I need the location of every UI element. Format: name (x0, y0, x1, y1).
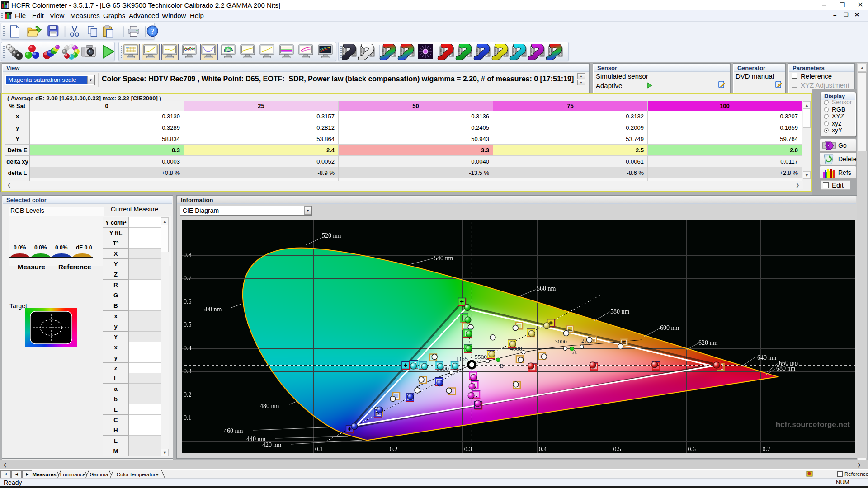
svg-text:680 nm: 680 nm (776, 365, 796, 372)
svg-text:hcfr.sourceforge.net: hcfr.sourceforge.net (776, 420, 850, 429)
svg-text:560 nm: 560 nm (537, 285, 556, 292)
svg-text:0.5: 0.5 (613, 446, 622, 453)
svg-text:600 nm: 600 nm (660, 324, 679, 331)
svg-text:Luminance: Luminance (60, 472, 85, 477)
svg-text:0.2: 0.2 (184, 391, 192, 398)
svg-text:640 nm: 640 nm (757, 354, 777, 361)
svg-text:620 nm: 620 nm (698, 339, 718, 346)
svg-text:0.1: 0.1 (184, 414, 192, 421)
svg-text:Gamma: Gamma (90, 472, 109, 477)
svg-text:500 nm: 500 nm (203, 306, 222, 313)
svg-text:0.3: 0.3 (184, 368, 192, 375)
svg-text:0.1: 0.1 (315, 446, 323, 453)
svg-text:460 nm: 460 nm (224, 427, 243, 434)
svg-text:580 nm: 580 nm (610, 308, 630, 315)
svg-text:420 nm: 420 nm (262, 441, 282, 448)
svg-text:A: A (572, 348, 577, 355)
svg-text:520 nm: 520 nm (322, 232, 341, 239)
svg-text:0.4: 0.4 (184, 345, 192, 352)
svg-text:0.3: 0.3 (464, 446, 472, 453)
svg-text:Color temperature: Color temperature (117, 472, 159, 477)
svg-text:480 nm: 480 nm (260, 403, 279, 409)
svg-text:?: ? (151, 28, 154, 35)
svg-text:0.7: 0.7 (763, 446, 771, 453)
svg-text:540 nm: 540 nm (434, 255, 453, 262)
svg-text:0.4: 0.4 (539, 446, 547, 453)
svg-text:0.5: 0.5 (184, 321, 192, 328)
svg-text:3000: 3000 (555, 338, 567, 345)
svg-text:Measures: Measures (32, 472, 56, 477)
svg-text:5500: 5500 (475, 353, 487, 360)
svg-text:0.7: 0.7 (184, 275, 192, 282)
svg-text:0.6: 0.6 (184, 298, 192, 305)
svg-text:0.2: 0.2 (390, 446, 398, 453)
svg-text:B: B (500, 362, 504, 369)
svg-text:0.8: 0.8 (184, 252, 192, 258)
svg-text:0.6: 0.6 (688, 446, 696, 453)
